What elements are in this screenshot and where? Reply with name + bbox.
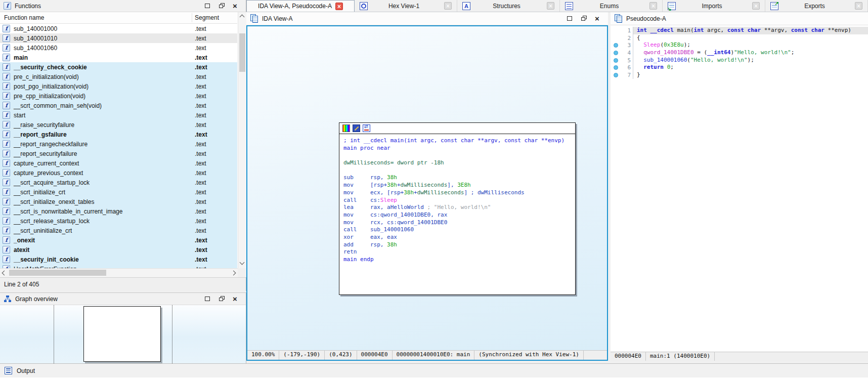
close-tab-icon[interactable]: [335, 3, 343, 10]
scrollbar-thumb[interactable]: [9, 270, 106, 276]
breakpoint-gutter[interactable]: [611, 43, 621, 48]
function-list-header[interactable]: Function name Segment: [0, 12, 237, 24]
function-row[interactable]: f__report_gsfailure.text: [0, 130, 237, 139]
float-button[interactable]: [219, 3, 225, 9]
disasm-line[interactable]: main endp: [343, 256, 575, 264]
close-button[interactable]: [233, 3, 239, 9]
function-row[interactable]: f__scrt_uninitialize_crt.text: [0, 226, 237, 235]
function-row[interactable]: fcapture_current_context.text: [0, 158, 237, 168]
disasm-line[interactable]: dwMilliseconds= dword ptr -18h: [343, 159, 575, 167]
function-row[interactable]: fmain.text: [0, 53, 237, 62]
close-tab-icon[interactable]: [752, 2, 760, 10]
maximize-button[interactable]: [204, 296, 210, 302]
code-text[interactable]: qword_14001DBE0 = (__int64)"Hello, world…: [633, 49, 868, 57]
disasm-line[interactable]: add rsp, 38h: [343, 241, 575, 249]
node-color-icon[interactable]: [342, 124, 350, 132]
breakpoint-dot-icon[interactable]: [614, 43, 618, 48]
function-row[interactable]: fstart.text: [0, 110, 237, 120]
pseudocode-line[interactable]: 3 Sleep(0x3E8u);: [611, 41, 868, 49]
breakpoint-gutter[interactable]: [611, 73, 621, 77]
function-row[interactable]: f__scrt_common_main_seh(void).text: [0, 101, 237, 110]
disasm-line[interactable]: xor eax, eax: [343, 234, 575, 241]
edit-node-icon[interactable]: [353, 124, 360, 132]
disasm-line[interactable]: call sub_140001060: [343, 226, 575, 234]
disassembly-code[interactable]: ; int __cdecl main(int argc, const char …: [339, 134, 575, 264]
code-text[interactable]: sub_140001060("Hello, world!\n");: [633, 57, 868, 64]
tab-ida-view-pseudocode[interactable]: IDA View-A, Pseudocode-A: [246, 0, 355, 12]
function-row[interactable]: fsub_140001010.text: [0, 33, 237, 43]
disasm-line[interactable]: ; int __cdecl main(int argc, const char …: [343, 137, 575, 145]
disasm-line[interactable]: main proc near: [343, 145, 575, 152]
disasm-line[interactable]: [343, 152, 575, 159]
float-button[interactable]: [219, 296, 225, 302]
breakpoint-dot-icon[interactable]: [614, 51, 618, 55]
function-row[interactable]: f__scrt_initialize_onexit_tables.text: [0, 197, 237, 206]
scrollbar-thumb[interactable]: [239, 33, 245, 72]
function-row[interactable]: f__scrt_release_startup_lock.text: [0, 216, 237, 226]
column-function-name[interactable]: Function name: [4, 14, 44, 21]
output-panel-titlebar[interactable]: Output: [0, 363, 868, 377]
pseudocode-line[interactable]: 2{: [611, 34, 868, 42]
function-row[interactable]: fpre_c_initialization(void).text: [0, 72, 237, 81]
graph-overview-canvas[interactable]: [0, 305, 246, 363]
close-tab-icon[interactable]: [649, 2, 657, 10]
graph-node-main[interactable]: ; int __cdecl main(int argc, const char …: [339, 122, 576, 295]
pseudocode-line[interactable]: 5 sub_140001060("Hello, world!\n");: [611, 57, 868, 64]
ida-view-canvas[interactable]: ; int __cdecl main(int argc, const char …: [246, 25, 608, 361]
function-row[interactable]: fsub_140001000.text: [0, 24, 237, 33]
column-segment[interactable]: Segment: [195, 14, 219, 21]
tab-hex-view-1[interactable]: Hex View-1: [355, 0, 457, 12]
code-text[interactable]: int __cdecl main(int argc, const char **…: [633, 27, 868, 34]
breakpoint-dot-icon[interactable]: [614, 73, 618, 77]
close-tab-icon[interactable]: [855, 2, 862, 10]
disasm-line[interactable]: mov ecx, [rsp+38h+dwMilliseconds] ; dwMi…: [343, 189, 575, 197]
pseudocode-line[interactable]: 1int __cdecl main(int argc, const char *…: [611, 27, 868, 34]
breakpoint-dot-icon[interactable]: [614, 65, 618, 70]
function-row[interactable]: f__raise_securityfailure.text: [0, 120, 237, 130]
function-row[interactable]: f_onexit.text: [0, 235, 237, 245]
tab-imports[interactable]: Imports: [663, 0, 765, 12]
function-row[interactable]: fcapture_previous_context.text: [0, 168, 237, 178]
disasm-line[interactable]: call cs:Sleep: [343, 197, 575, 204]
close-button[interactable]: [233, 296, 239, 302]
disasm-line[interactable]: mov [rsp+38h+dwMilliseconds], 3E8h: [343, 182, 575, 189]
graph-node-titlebar[interactable]: [339, 123, 575, 134]
function-row[interactable]: fatexit.text: [0, 245, 237, 255]
breakpoint-dot-icon[interactable]: [614, 58, 618, 63]
function-row[interactable]: fUserMathErrorFunction.text: [0, 264, 237, 268]
scroll-right-icon[interactable]: [231, 271, 236, 276]
breakpoint-gutter[interactable]: [611, 65, 621, 70]
code-text[interactable]: return 0;: [633, 64, 868, 71]
disasm-line[interactable]: mov rcx, cs:qword_14001DBE0: [343, 219, 575, 227]
horizontal-scrollbar[interactable]: [0, 268, 238, 277]
breakpoint-gutter[interactable]: [611, 51, 621, 55]
tab-structures[interactable]: Structures: [457, 0, 560, 12]
disasm-line[interactable]: sub rsp, 38h: [343, 174, 575, 182]
disasm-line[interactable]: [343, 167, 575, 175]
close-button[interactable]: [595, 16, 601, 21]
pseudocode-line[interactable]: 4 qword_14001DBE0 = (__int64)"Hello, wor…: [611, 49, 868, 57]
scroll-up-icon[interactable]: [240, 15, 245, 20]
function-row[interactable]: f__scrt_is_nonwritable_in_current_image.…: [0, 206, 237, 216]
function-row[interactable]: f__report_rangecheckfailure.text: [0, 139, 237, 149]
disasm-line[interactable]: mov cs:qword_14001DBE0, rax: [343, 212, 575, 219]
tab-exports[interactable]: Exports: [765, 0, 868, 12]
tab-enums[interactable]: Enums: [560, 0, 663, 12]
breakpoint-gutter[interactable]: [611, 58, 621, 63]
pseudocode-line[interactable]: 7}: [611, 71, 868, 79]
group-node-icon[interactable]: [363, 124, 370, 132]
function-row[interactable]: f__scrt_acquire_startup_lock.text: [0, 178, 237, 187]
maximize-button[interactable]: [204, 3, 210, 9]
vertical-scrollbar[interactable]: [238, 12, 246, 268]
close-tab-icon[interactable]: [547, 2, 554, 10]
function-row[interactable]: fsub_140001060.text: [0, 43, 237, 53]
disasm-line[interactable]: retn: [343, 248, 575, 256]
pseudocode-line[interactable]: 6 return 0;: [611, 64, 868, 71]
function-row[interactable]: f__report_securityfailure.text: [0, 149, 237, 158]
code-text[interactable]: {: [633, 34, 868, 42]
function-row[interactable]: f__scrt_initialize_crt.text: [0, 187, 237, 197]
pseudocode-editor[interactable]: 1int __cdecl main(int argc, const char *…: [611, 25, 868, 352]
maximize-button[interactable]: [567, 16, 573, 21]
function-row[interactable]: f__security_init_cookie.text: [0, 255, 237, 264]
float-button[interactable]: [581, 16, 587, 21]
